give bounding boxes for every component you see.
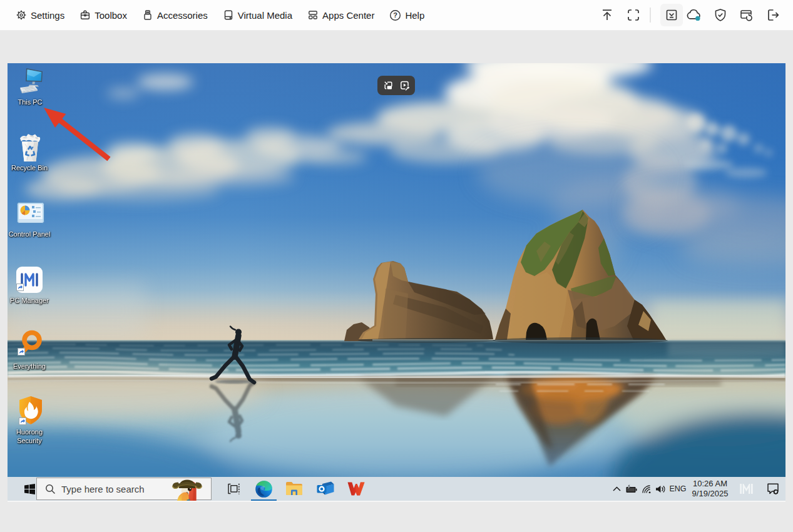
svg-text:?: ?: [394, 11, 398, 19]
